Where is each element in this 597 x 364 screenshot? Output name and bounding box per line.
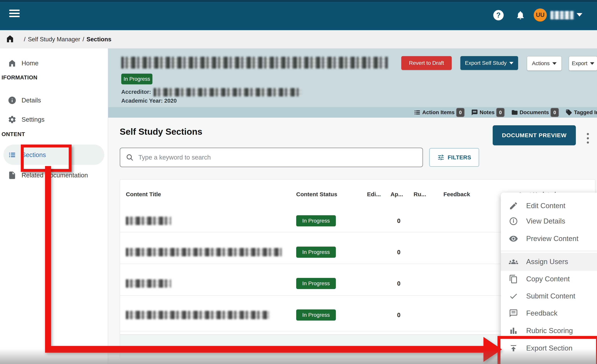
menu-item-export-section[interactable]: Export Section [501,340,597,357]
stat-label: Action Items [422,109,455,115]
info-icon [8,96,16,105]
actions-button[interactable]: Actions [527,56,562,71]
sidebar-item-label: Related Documentation [22,172,88,179]
chevron-down-icon [590,62,594,65]
comment-icon [509,309,518,318]
revert-to-draft-button[interactable]: Revert to Draft [401,56,452,70]
sidebar-item-label: Details [22,97,41,104]
menu-item-label: Submit Content [526,292,575,300]
actions-label: Actions [532,60,550,67]
search-icon [126,153,134,161]
eye-icon [509,234,518,243]
avatar[interactable]: UU [534,8,547,22]
list-icon [414,109,421,116]
menu-item-submit-content[interactable]: Submit Content [501,288,597,305]
stat-label: Tagged In [574,109,597,115]
list-icon [8,151,16,159]
stat-count-badge: 0 [456,108,465,117]
chevron-down-icon [552,62,557,65]
info-icon [509,217,518,226]
menu-item-label: Export Section [526,344,573,352]
row-title-redacted [126,311,269,319]
stat-count-badge: 0 [550,108,559,117]
row-context-menu: Edit Content View Details Preview Conten… [501,193,597,364]
column-header-feedback[interactable]: Feedback [443,191,470,197]
action-items-tab[interactable]: Action Items 0 [414,108,465,117]
row-status-badge: In Progress [296,278,336,289]
sidebar-item-details[interactable]: Details [0,94,108,106]
export-self-study-label: Export Self Study [465,60,507,66]
breadcrumb-separator: / [22,36,28,43]
export-self-study-button[interactable]: Export Self Study [460,56,518,70]
hamburger-menu-icon[interactable] [9,10,20,20]
filters-button[interactable]: FILTERS [429,148,479,167]
breadcrumb-self-study-manager[interactable]: Self Study Manager [28,36,80,43]
user-menu-chevron-down-icon[interactable] [577,13,582,16]
chevron-down-icon [509,62,513,64]
export-button[interactable]: Export [569,56,597,71]
menu-item-view-details[interactable]: View Details [501,212,597,230]
menu-item-copy-content[interactable]: Copy Content [501,270,597,288]
sidebar-item-home[interactable]: Home [0,57,108,69]
row-status-badge: In Progress [296,247,336,258]
search-input[interactable] [138,153,423,161]
accreditor-value-redacted [154,88,302,97]
sidebar-item-sections[interactable]: Sections [0,149,108,161]
group-icon [509,257,518,266]
column-header-edited[interactable]: Edi... [367,191,381,197]
menu-item-assign-users[interactable]: Assign Users [501,253,597,270]
kebab-menu-icon[interactable] [584,128,592,149]
row-title-redacted [126,217,171,225]
row-approved-count: 0 [393,218,405,224]
menu-item-edit-content[interactable]: Edit Content [501,197,597,214]
column-header-rubric[interactable]: Ru... [414,191,426,197]
sidebar-item-settings[interactable]: Settings [0,114,108,126]
row-approved-count: 0 [393,249,405,256]
column-header-approved[interactable]: Ap... [391,191,403,197]
stat-label: Notes [479,109,495,115]
check-icon [509,292,518,301]
row-status-badge: In Progress [296,309,336,321]
column-header-content-title[interactable]: Content Title [126,191,161,197]
notes-tab[interactable]: Notes 0 [471,108,505,117]
menu-item-feedback[interactable]: Feedback [501,305,597,322]
status-badge: In Progress [121,74,152,84]
tag-icon [566,109,572,116]
menu-item-label: Preview Content [526,235,578,243]
notifications-bell-icon[interactable] [515,10,526,20]
breadcrumb-separator: / [80,36,86,43]
home-icon[interactable] [5,34,15,43]
menu-item-label: Copy Content [526,275,570,283]
upload-icon [509,344,518,353]
search-box [120,148,423,167]
file-icon [8,171,16,180]
self-study-title-redacted [121,57,388,68]
top-app-bar [0,0,597,30]
menu-item-label: Assign Users [526,258,568,266]
sidebar: Home IFORMATION Details Settings ONTENT … [0,48,108,364]
folder-icon [511,109,518,116]
row-title-redacted [126,279,171,288]
sidebar-section-information: IFORMATION [1,74,38,81]
breadcrumb-trail: /Self Study Manager/Sections [22,36,111,43]
sidebar-section-content: ONTENT [1,131,25,137]
bar-chart-icon [509,326,518,335]
menu-item-preview-content[interactable]: Preview Content [501,230,597,247]
document-preview-button[interactable]: DOCUMENT PREVIEW [493,125,576,145]
sidebar-item-related-documentation[interactable]: Related Documentation [0,169,108,182]
gear-icon [8,115,16,124]
documents-tab[interactable]: Documents 0 [511,108,559,117]
document-preview-label: DOCUMENT PREVIEW [502,132,566,139]
tune-icon [437,154,445,161]
app-screen: ? UU /Self Study Manager/Sections Home I… [0,0,597,364]
help-icon[interactable]: ? [493,10,504,20]
academic-year-label: Academic Year: 2020 [121,98,177,104]
column-header-content-status[interactable]: Content Status [296,191,337,197]
row-status-badge: In Progress [296,215,336,226]
menu-item-rubric-scoring[interactable]: Rubric Scoring [501,322,597,339]
stat-label: Documents [520,109,549,115]
row-title-redacted [126,248,282,256]
tagged-in-tab[interactable]: Tagged In 0 [566,108,597,117]
breadcrumb-current-sections: Sections [86,36,111,43]
menu-item-label: Rubric Scoring [526,327,573,335]
